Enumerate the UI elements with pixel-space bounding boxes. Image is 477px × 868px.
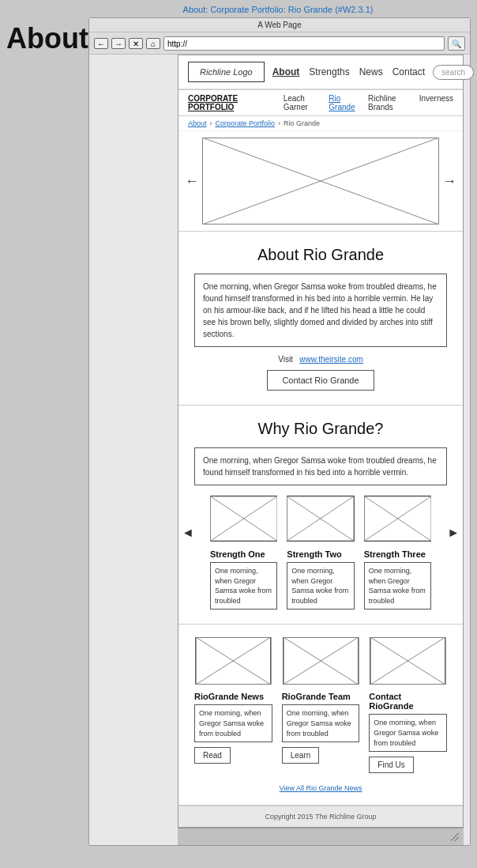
strength-one: Strength One One morning, when Gregor Sa… [210, 495, 277, 609]
breadcrumb: About › Corporate Portfolio › Rio Grande [178, 116, 463, 131]
nav-strengths[interactable]: Strengths [309, 66, 349, 77]
breadcrumb-sep-2: › [278, 119, 280, 127]
browser-toolbar: ← → ✕ ⌂ 🔍 [89, 32, 470, 55]
hero-prev-arrow[interactable]: ← [185, 173, 199, 190]
news-text-2: One morning, when Gregor Samsa woke from… [282, 704, 360, 742]
browser-title: A Web Page [257, 21, 301, 29]
hero-carousel: ← → [178, 131, 463, 232]
breadcrumb-corporate-portfolio[interactable]: Corporate Portfolio [216, 119, 276, 127]
nav-about[interactable]: About [272, 66, 300, 77]
strengths-grid: Strength One One morning, when Gregor Sa… [194, 495, 447, 609]
portfolio-rio-grande[interactable]: Rio Grande [329, 94, 360, 111]
news-item-2: RioGrande Team One morning, when Gregor … [282, 637, 360, 773]
portfolio-richline-brands[interactable]: Richline Brands [368, 94, 411, 111]
news-section: RioGrande News One morning, when Gregor … [178, 625, 463, 806]
view-all-link[interactable]: View All Rio Grande News [194, 781, 447, 797]
about-section: About Rio Grande One morning, when Grego… [178, 232, 463, 406]
copyright-text: Copyright 2015 The Richline Group [265, 813, 377, 821]
top-annotation: About: Corporate Portfolio: Rio Grande (… [79, 0, 477, 17]
url-bar[interactable] [163, 36, 445, 51]
strength-one-image [210, 495, 277, 542]
hero-next-arrow[interactable]: → [442, 173, 456, 190]
portfolio-items: Leach Garner Rio Grande Richline Brands … [284, 94, 453, 111]
about-body-text: One morning, when Gregor Samsa woke from… [194, 274, 447, 347]
back-button[interactable]: ← [94, 38, 108, 49]
why-next-arrow[interactable]: ► [447, 526, 460, 540]
page-label: About [6, 22, 88, 55]
logo: Richline Logo [188, 62, 265, 82]
why-section: Why Rio Grande? One morning, when Gregor… [178, 406, 463, 625]
contact-rio-grande-button[interactable]: Contact Rio Grande [267, 370, 374, 391]
news-learn-button[interactable]: Learn [282, 747, 320, 764]
resize-handle[interactable] [451, 833, 459, 841]
nav-news[interactable]: News [359, 66, 383, 77]
main-nav: About Strengths News Contact [272, 66, 425, 77]
breadcrumb-current: Rio Grande [284, 119, 320, 127]
news-grid: RioGrande News One morning, when Gregor … [194, 637, 447, 773]
browser-window: A Web Page ← → ✕ ⌂ 🔍 Richline Logo About… [88, 17, 471, 846]
site-header: Richline Logo About Strengths News Conta… [178, 55, 463, 89]
strength-three-title: Strength Three [364, 549, 431, 559]
visit-link[interactable]: www.theirsite.com [299, 355, 363, 364]
strength-three-text: One morning, when Gregor Samsa woke from… [364, 562, 431, 609]
visit-line: Visit www.theirsite.com [194, 355, 447, 364]
go-button[interactable]: 🔍 [448, 36, 465, 51]
strength-two: Strength Two One morning, when Gregor Sa… [287, 495, 354, 609]
news-text-3: One morning, when Gregor Samsa woke from… [369, 714, 447, 752]
stop-button[interactable]: ✕ [129, 38, 143, 49]
strength-three: Strength Three One morning, when Gregor … [364, 495, 431, 609]
news-text-1: One morning, when Gregor Samsa woke from… [194, 704, 272, 742]
webpage: Richline Logo About Strengths News Conta… [178, 55, 464, 828]
news-title-3: Contact RioGrande [369, 692, 447, 711]
portfolio-label: CORPORATE PORTFOLIO [188, 94, 271, 111]
news-title-1: RioGrande News [194, 692, 272, 701]
why-body-text: One morning, when Gregor Samsa woke from… [194, 447, 447, 485]
breadcrumb-sep-1: › [210, 119, 212, 127]
news-item-1: RioGrande News One morning, when Gregor … [194, 637, 272, 773]
strength-two-image [287, 495, 354, 542]
strength-three-image [364, 495, 431, 542]
hero-image-placeholder [202, 138, 439, 225]
strength-one-text: One morning, when Gregor Samsa woke from… [210, 562, 277, 609]
news-image-3 [369, 637, 447, 685]
site-footer: Copyright 2015 The Richline Group [178, 806, 463, 827]
nav-contact[interactable]: Contact [392, 66, 425, 77]
visit-label: Visit [278, 355, 293, 364]
portfolio-leach-garner[interactable]: Leach Garner [284, 94, 321, 111]
why-title: Why Rio Grande? [194, 420, 447, 438]
forward-button[interactable]: → [111, 38, 126, 49]
news-findus-button[interactable]: Find Us [369, 757, 413, 773]
why-prev-arrow[interactable]: ◄ [182, 526, 194, 540]
strength-one-title: Strength One [210, 549, 277, 559]
news-item-3: Contact RioGrande One morning, when Greg… [369, 637, 447, 773]
home-button[interactable]: ⌂ [146, 38, 160, 49]
portfolio-nav: CORPORATE PORTFOLIO Leach Garner Rio Gra… [178, 89, 463, 116]
strength-two-text: One morning, when Gregor Samsa woke from… [287, 562, 354, 609]
breadcrumb-about[interactable]: About [188, 119, 207, 127]
strength-two-title: Strength Two [287, 549, 354, 559]
news-title-2: RioGrande Team [282, 692, 360, 701]
news-image-1 [194, 637, 272, 685]
about-title: About Rio Grande [194, 246, 447, 264]
browser-title-row: A Web Page [89, 18, 470, 32]
search-input[interactable]: search [433, 65, 474, 80]
bottom-chrome [178, 828, 464, 845]
news-image-2 [282, 637, 360, 685]
portfolio-inverness[interactable]: Inverness [419, 94, 453, 111]
news-read-button[interactable]: Read [194, 747, 231, 764]
